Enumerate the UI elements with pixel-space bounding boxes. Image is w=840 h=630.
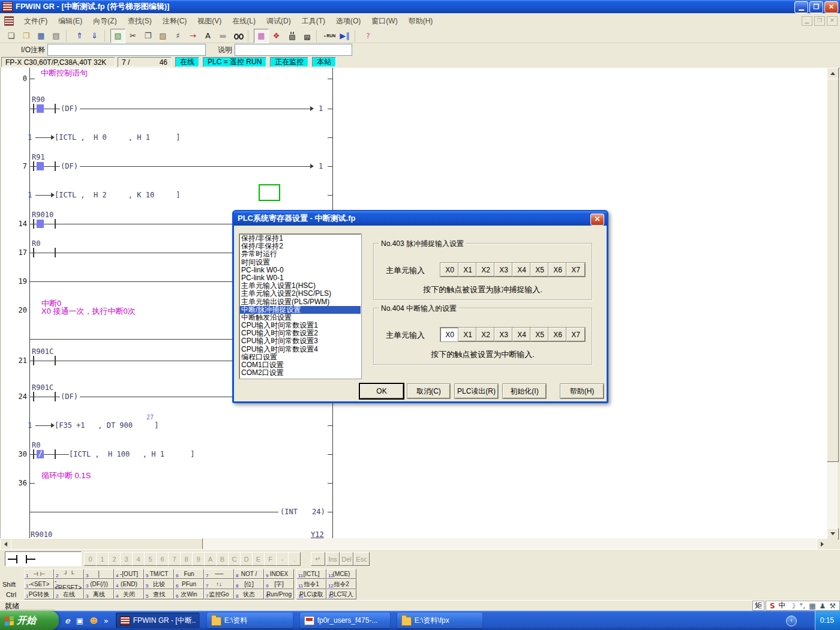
ime-bar[interactable]: 矩S中☽°‚▦♟⚒ (752, 601, 840, 611)
fkey-ctrl-4[interactable]: 关闭4 (114, 589, 144, 599)
scroll-left-button[interactable] (0, 538, 11, 550)
upload-program-icon[interactable]: ⇑ (72, 29, 87, 43)
menu-item-1[interactable]: 编辑(E) (53, 14, 88, 28)
taskbar-task-2[interactable]: fp0r_users_f475-... (300, 613, 390, 628)
jump-icon[interactable]: → (185, 29, 200, 43)
menu-item-7[interactable]: 调试(D) (261, 14, 296, 28)
minimize-button[interactable]: ▁ (794, 1, 808, 13)
fkey-ctrl-11[interactable]: PLC读取11 (296, 589, 326, 599)
input-toggle-x7[interactable]: X7 (566, 328, 585, 341)
edit-key-1[interactable]: Ins (326, 552, 340, 566)
print-icon[interactable]: ▤ (49, 29, 64, 43)
input-toggle-x2[interactable]: X2 (476, 263, 495, 277)
select-mode-icon[interactable]: ▧ (110, 29, 125, 43)
fkey-shift-1[interactable]: -<SET>1 (24, 579, 54, 589)
copy-icon[interactable]: ❐ (140, 29, 155, 43)
open-file-icon[interactable]: ❒ (19, 29, 34, 43)
input-toggle-x1[interactable]: X1 (458, 328, 477, 341)
fkey-shift-4[interactable]: (END)4 (114, 579, 144, 589)
input-toggle-x6[interactable]: X6 (548, 263, 567, 277)
dialog-button-4[interactable]: 帮助(H) (560, 384, 604, 398)
ladder-instruction[interactable]: [F35 +1 , DT 900 ] (55, 421, 158, 430)
dialog-button-1[interactable]: 取消(C) (407, 384, 450, 398)
fkey-shift-12[interactable]: 指令212 (326, 579, 356, 589)
download-program-icon[interactable]: ⇓ (87, 29, 102, 43)
scroll-up-button[interactable] (827, 68, 839, 79)
digit-key-F[interactable]: F (264, 552, 277, 566)
new-file-icon[interactable]: ❏ (4, 29, 19, 43)
edit-key-0[interactable]: ↵ (311, 552, 325, 566)
digit-key-B[interactable]: B (216, 552, 229, 566)
menu-item-2[interactable]: 向导(Z) (88, 14, 122, 28)
fkey-shift-9[interactable]: [字]9 (264, 579, 294, 589)
menu-item-3[interactable]: 查找(S) (122, 14, 157, 28)
messenger-icon[interactable]: ☻ (89, 616, 98, 625)
dialog-close-button[interactable]: ✕ (590, 214, 604, 226)
fkey--4[interactable]: -[OUT]4 (114, 569, 144, 579)
ime-icon-4[interactable]: ⚒ (829, 602, 836, 610)
chevron-icon[interactable]: » (104, 616, 109, 625)
fkey-ctrl-2[interactable]: 在线2 (54, 589, 84, 599)
ladder-instruction[interactable]: [ICTL , H 100 , H 1 ] (69, 450, 195, 458)
register-list-item[interactable]: 中断/脉冲捕捉设置 (240, 306, 361, 314)
ladder-instruction[interactable]: [ICTL , H 0 , H 1 ] (55, 133, 181, 142)
sogou-icon[interactable]: S (770, 602, 775, 610)
register-list-item[interactable]: 主单元输出设置(PLS/PWM) (240, 298, 361, 306)
register-list-item[interactable]: CPU输入时间常数设置4 (240, 346, 361, 353)
taskbar-task-3[interactable]: E:\资料\fpx (397, 613, 482, 628)
digit-key-8[interactable]: 8 (180, 552, 193, 566)
save-icon[interactable]: ▦ (34, 29, 49, 43)
fkey--1[interactable]: ⊣ ⊢1 (24, 569, 54, 579)
fkey-shift-3[interactable]: (DF(/))3 (84, 579, 114, 589)
io-comment-input[interactable] (47, 44, 206, 56)
blank-icon[interactable]: ▬ (215, 29, 230, 43)
fkey-shift-7[interactable]: ↑↓7 (204, 579, 234, 589)
fkey--3[interactable]: │3 (84, 569, 114, 579)
ime-icon-2[interactable]: ▦ (809, 602, 815, 610)
digit-key-4[interactable]: 4 (132, 552, 145, 566)
mdi-close-button[interactable]: ✕ (827, 16, 838, 26)
menu-item-4[interactable]: 注释(C) (157, 14, 193, 28)
fkey-ctrl-6[interactable]: 次Win6 (174, 589, 204, 599)
ie-icon[interactable]: e (65, 616, 70, 625)
digit-key-A[interactable]: A (204, 552, 217, 566)
dialog-button-0[interactable]: OK (360, 384, 403, 398)
ladder-instruction[interactable]: [ICTL , H 2 , K 10 ] (55, 191, 181, 199)
register-list-item[interactable]: PC-link W0-0 (240, 266, 361, 274)
input-toggle-x5[interactable]: X5 (530, 328, 549, 341)
horizontal-scroll-thumb[interactable] (11, 538, 203, 550)
fkey--6[interactable]: Fun6 (174, 569, 204, 579)
fkey-shift-5[interactable]: 比较5 (144, 579, 174, 589)
find-icon[interactable] (230, 29, 245, 43)
digit-key-D[interactable]: D (240, 552, 253, 566)
edit-key-2[interactable]: Del (340, 552, 353, 566)
monitor-icon[interactable]: ▦ (254, 29, 269, 43)
digit-key-6[interactable]: 6 (156, 552, 169, 566)
fkey-ctrl-1[interactable]: PG转换1 (24, 589, 54, 599)
ime-toolbar[interactable]: S中☽°‚▦♟⚒ (766, 601, 840, 611)
input-toggle-x7[interactable]: X7 (566, 263, 585, 277)
input-toggle-x3[interactable]: X3 (494, 263, 513, 277)
digit-key-2[interactable]: 2 (108, 552, 121, 566)
run-pause-icon[interactable]: ▶∥ (337, 29, 352, 43)
text-entry-icon[interactable]: A (200, 29, 215, 43)
relay-comment-icon[interactable]: ♯ (170, 29, 185, 43)
menu-item-6[interactable]: 在线(L) (227, 14, 261, 28)
taskbar-task-1[interactable]: E:\资料 (207, 613, 293, 628)
fkey-ctrl-7[interactable]: 监控Go7 (204, 589, 234, 599)
cut-icon[interactable]: ✂ (125, 29, 140, 43)
help-icon[interactable]: ? (361, 29, 376, 43)
digit-key--[interactable]: - (276, 552, 289, 566)
fkey--8[interactable]: NOT /8 (234, 569, 264, 579)
paste-icon[interactable]: ▨ (155, 29, 170, 43)
digit-key-7[interactable]: 7 (168, 552, 181, 566)
fkey-shift-6[interactable]: PFun6 (174, 579, 204, 589)
offline-icon[interactable] (284, 29, 299, 43)
fkey--11[interactable]: [ICTL]11 (296, 569, 326, 579)
fkey--7[interactable]: ──7 (204, 569, 234, 579)
digit-key-3[interactable]: 3 (120, 552, 133, 566)
register-list-item[interactable]: COM2口设置 (240, 369, 361, 377)
ladder-cursor[interactable] (259, 184, 280, 201)
input-toggle-x4[interactable]: X4 (512, 328, 531, 341)
input-toggle-x0[interactable]: X0 (440, 263, 459, 277)
